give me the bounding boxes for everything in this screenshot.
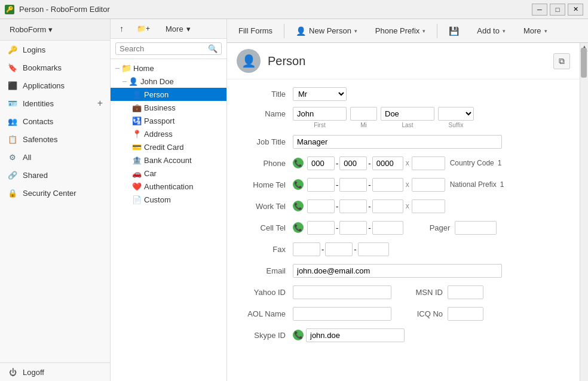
tree-node-car[interactable]: 🚗 Car bbox=[111, 167, 226, 180]
worktel-seg2[interactable] bbox=[339, 199, 367, 213]
fill-forms-label: Fill Forms bbox=[238, 26, 272, 35]
worktel-seg1[interactable] bbox=[307, 199, 335, 213]
pager-input[interactable] bbox=[455, 221, 497, 235]
worktel-seg3[interactable] bbox=[372, 199, 403, 213]
person-label: Person bbox=[144, 90, 169, 99]
hometel-seg1[interactable] bbox=[307, 178, 335, 192]
new-person-arrow: ▾ bbox=[354, 28, 357, 34]
tree-node-custom[interactable]: 📄 Custom bbox=[111, 193, 226, 206]
hometel-row: Home Tel 📞 - - x National Prefix 1 bbox=[239, 176, 568, 193]
tree-node-home[interactable]: ─ 📁 Home bbox=[111, 62, 226, 75]
fill-forms-button[interactable]: Fill Forms bbox=[232, 24, 279, 38]
johndoe-label: John Doe bbox=[140, 77, 174, 86]
close-button[interactable]: ✕ bbox=[568, 4, 583, 16]
hometel-ext[interactable] bbox=[412, 178, 445, 192]
minimize-button[interactable]: ─ bbox=[532, 4, 547, 16]
worktel-label: Work Tel bbox=[239, 202, 293, 211]
phone-x: x bbox=[406, 159, 409, 167]
msn-input[interactable] bbox=[448, 285, 483, 299]
mi-input[interactable] bbox=[350, 107, 377, 121]
sidebar-item-contacts[interactable]: 👥 Contacts bbox=[0, 112, 110, 130]
phone-ext[interactable] bbox=[412, 156, 445, 170]
tree-new-button[interactable]: 📁+ bbox=[133, 22, 154, 35]
phone-prefix-button[interactable]: Phone Prefix ▾ bbox=[369, 24, 432, 38]
sidebar: RoboForm ▾ 🔑 Logins 🔖 Bookmarks ⬛ Applic… bbox=[0, 19, 111, 381]
passport-icon: 🛂 bbox=[132, 116, 142, 125]
tree-node-bank[interactable]: 🏦 Bank Account bbox=[111, 153, 226, 167]
contacts-icon: 👥 bbox=[7, 116, 18, 127]
sidebar-item-security[interactable]: 🔒 Security Center bbox=[0, 184, 110, 202]
sidebar-item-logoff[interactable]: ⏻ Logoff bbox=[0, 362, 110, 381]
tree-node-passport[interactable]: 🛂 Passport bbox=[111, 114, 226, 127]
fax-label: Fax bbox=[239, 245, 293, 254]
jobtitle-input[interactable] bbox=[293, 135, 502, 149]
celltel-seg3[interactable] bbox=[372, 221, 403, 235]
sidebar-item-applications[interactable]: ⬛ Applications bbox=[0, 76, 110, 94]
icq-input[interactable] bbox=[448, 307, 483, 321]
address-label: Address bbox=[144, 130, 173, 139]
phone-seg1[interactable] bbox=[307, 156, 335, 170]
tree-more-button[interactable]: More ▾ bbox=[159, 22, 197, 36]
country-code-val: 1 bbox=[498, 159, 502, 167]
fax-seg1[interactable] bbox=[293, 242, 320, 256]
tree-up-button[interactable]: ↑ bbox=[115, 21, 128, 36]
worktel-ext[interactable] bbox=[412, 199, 445, 213]
sidebar-item-bookmarks[interactable]: 🔖 Bookmarks bbox=[0, 59, 110, 76]
last-name-sub: Last bbox=[381, 122, 434, 128]
more-button[interactable]: More ▾ bbox=[517, 24, 554, 38]
phone-prefix-label: Phone Prefix bbox=[375, 26, 419, 35]
home-expander: ─ bbox=[115, 65, 121, 72]
skype-input[interactable] bbox=[306, 328, 405, 342]
email-input[interactable] bbox=[293, 264, 502, 278]
tree-node-address[interactable]: 📍 Address bbox=[111, 127, 226, 140]
person-icon: 👤 bbox=[132, 90, 142, 99]
fax-seg3[interactable] bbox=[358, 242, 389, 256]
country-code-label: Country Code bbox=[450, 159, 494, 167]
new-person-button[interactable]: 👤 New Person ▾ bbox=[289, 24, 364, 38]
celltel-dash1: - bbox=[336, 223, 338, 232]
tree-node-creditcard[interactable]: 💳 Credit Card bbox=[111, 140, 226, 153]
sidebar-item-all[interactable]: ⚙ All bbox=[0, 148, 110, 166]
scroll-thumb[interactable] bbox=[581, 48, 587, 78]
phone-seg2[interactable] bbox=[339, 156, 367, 170]
first-name-input[interactable] bbox=[293, 107, 347, 121]
key-icon: 🔑 bbox=[7, 44, 18, 55]
copy-button[interactable]: ⧉ bbox=[553, 53, 570, 69]
title-select[interactable]: Mr Mrs Ms Dr bbox=[293, 87, 347, 101]
yahoo-input[interactable] bbox=[293, 285, 391, 299]
fax-seg2[interactable] bbox=[325, 242, 353, 256]
main-content: Fill Forms 👤 New Person ▾ Phone Prefix ▾… bbox=[227, 19, 588, 381]
sidebar-item-logins[interactable]: 🔑 Logins bbox=[0, 41, 110, 59]
sidebar-item-shared[interactable]: 🔗 Shared bbox=[0, 166, 110, 184]
hometel-seg2[interactable] bbox=[339, 178, 367, 192]
suffix-select[interactable]: Jr Sr bbox=[438, 107, 474, 121]
roboform-menu[interactable]: RoboForm ▾ bbox=[5, 23, 57, 36]
shared-label: Shared bbox=[23, 171, 48, 180]
new-person-label: New Person bbox=[309, 26, 351, 35]
tree-node-person[interactable]: 👤 Person bbox=[111, 88, 226, 101]
tree-node-johndoe[interactable]: ─ 👤 John Doe bbox=[111, 75, 226, 88]
sidebar-item-safenotes[interactable]: 📋 Safenotes bbox=[0, 130, 110, 148]
maximize-button[interactable]: □ bbox=[550, 4, 565, 16]
phone-seg3[interactable] bbox=[372, 156, 403, 170]
aol-input[interactable] bbox=[293, 307, 391, 321]
tree-node-business[interactable]: 💼 Business bbox=[111, 101, 226, 114]
right-scrollbar[interactable]: ▲ bbox=[580, 43, 588, 381]
save-icon: 💾 bbox=[449, 26, 459, 36]
save-button[interactable]: 💾 bbox=[442, 24, 466, 38]
sidebar-item-identities[interactable]: 🪪 Identities + bbox=[0, 94, 110, 112]
tree-node-auth[interactable]: ❤️ Authentication bbox=[111, 180, 226, 193]
identities-add[interactable]: + bbox=[97, 98, 103, 109]
hometel-group: 📞 - - x National Prefix 1 bbox=[293, 178, 504, 192]
add-to-button[interactable]: Add to ▾ bbox=[470, 24, 512, 38]
phone-dash2: - bbox=[368, 159, 370, 168]
skype-icon: 📞 bbox=[293, 330, 304, 340]
phone-label: Phone bbox=[239, 159, 293, 168]
last-name-input[interactable] bbox=[381, 107, 434, 121]
hometel-seg3[interactable] bbox=[372, 178, 403, 192]
celltel-seg1[interactable] bbox=[307, 221, 335, 235]
suffix-sub: Suffix bbox=[438, 122, 474, 128]
title-bar: 🔑 Person - RoboForm Editor ─ □ ✕ bbox=[0, 0, 588, 19]
celltel-seg2[interactable] bbox=[339, 221, 367, 235]
search-input[interactable] bbox=[120, 44, 208, 53]
